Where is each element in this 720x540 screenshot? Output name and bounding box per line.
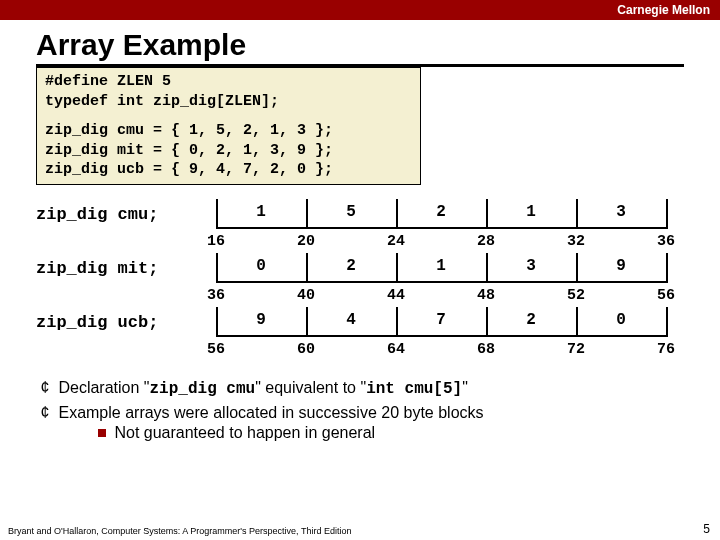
tick xyxy=(666,253,668,283)
footer-citation: Bryant and O'Hallaron, Computer Systems:… xyxy=(8,526,351,536)
bullet-list: ¢ Declaration "zip_dig cmu" equivalent t… xyxy=(36,379,684,442)
bullet-text: Example arrays were allocated in success… xyxy=(58,404,483,421)
array-diagram: 02139364044485256 xyxy=(216,253,666,303)
array-cell-value: 0 xyxy=(216,257,306,275)
code-inline: zip_dig cmu xyxy=(150,380,256,398)
square-bullet-icon xyxy=(98,429,106,437)
array-address: 64 xyxy=(381,341,411,358)
array-address: 36 xyxy=(651,233,681,250)
array-row: zip_dig mit;02139364044485256 xyxy=(36,253,684,307)
array-address: 36 xyxy=(201,287,231,304)
array-label: zip_dig ucb; xyxy=(36,313,158,332)
array-cell-value: 5 xyxy=(306,203,396,221)
array-address: 44 xyxy=(381,287,411,304)
code-line: zip_dig mit = { 0, 2, 1, 3, 9 }; xyxy=(45,141,412,161)
top-bar: Carnegie Mellon xyxy=(0,0,720,20)
array-cell-value: 2 xyxy=(396,203,486,221)
array-cell-value: 7 xyxy=(396,311,486,329)
org-label: Carnegie Mellon xyxy=(617,3,710,17)
array-address: 28 xyxy=(471,233,501,250)
array-diagrams: zip_dig cmu;15213162024283236zip_dig mit… xyxy=(36,199,684,361)
array-address: 60 xyxy=(291,341,321,358)
bullet-item: ¢ Declaration "zip_dig cmu" equivalent t… xyxy=(36,379,684,398)
array-cell-value: 3 xyxy=(576,203,666,221)
array-cell-value: 2 xyxy=(486,311,576,329)
array-cell-value: 3 xyxy=(486,257,576,275)
array-address: 16 xyxy=(201,233,231,250)
array-cell-value: 1 xyxy=(396,257,486,275)
tick xyxy=(666,199,668,229)
array-diagram: 15213162024283236 xyxy=(216,199,666,249)
array-cell-value: 9 xyxy=(216,311,306,329)
bullet-icon: ¢ xyxy=(36,404,54,422)
array-label: zip_dig mit; xyxy=(36,259,158,278)
array-cell-value: 1 xyxy=(486,203,576,221)
array-cell-value: 9 xyxy=(576,257,666,275)
array-address: 56 xyxy=(651,287,681,304)
bullet-icon: ¢ xyxy=(36,379,54,397)
tick xyxy=(666,307,668,337)
bullet-text: Declaration " xyxy=(58,379,149,396)
bullet-item: ¢ Example arrays were allocated in succe… xyxy=(36,404,684,442)
array-address: 24 xyxy=(381,233,411,250)
bullet-text: " equivalent to " xyxy=(255,379,366,396)
code-box: #define ZLEN 5 typedef int zip_dig[ZLEN]… xyxy=(36,67,421,185)
array-cell-value: 4 xyxy=(306,311,396,329)
page-number: 5 xyxy=(703,522,710,536)
array-cell-value: 2 xyxy=(306,257,396,275)
array-address: 76 xyxy=(651,341,681,358)
code-line: #define ZLEN 5 xyxy=(45,72,412,92)
slide-content: Array Example #define ZLEN 5 typedef int… xyxy=(0,20,720,442)
array-address: 56 xyxy=(201,341,231,358)
array-cell-value: 1 xyxy=(216,203,306,221)
code-line: zip_dig cmu = { 1, 5, 2, 1, 3 }; xyxy=(45,121,412,141)
slide-title: Array Example xyxy=(36,28,684,67)
sub-bullet-item: Not guaranteed to happen in general xyxy=(98,424,658,442)
array-cell-value: 0 xyxy=(576,311,666,329)
array-address: 32 xyxy=(561,233,591,250)
array-label: zip_dig cmu; xyxy=(36,205,158,224)
array-address: 52 xyxy=(561,287,591,304)
array-address: 68 xyxy=(471,341,501,358)
array-address: 40 xyxy=(291,287,321,304)
sub-bullet-text: Not guaranteed to happen in general xyxy=(114,424,375,441)
array-row: zip_dig ucb;94720566064687276 xyxy=(36,307,684,361)
code-line: typedef int zip_dig[ZLEN]; xyxy=(45,92,412,112)
code-line: zip_dig ucb = { 9, 4, 7, 2, 0 }; xyxy=(45,160,412,180)
array-address: 20 xyxy=(291,233,321,250)
array-diagram: 94720566064687276 xyxy=(216,307,666,357)
bullet-text: " xyxy=(462,379,468,396)
code-inline: int cmu[5] xyxy=(366,380,462,398)
array-address: 48 xyxy=(471,287,501,304)
array-address: 72 xyxy=(561,341,591,358)
array-row: zip_dig cmu;15213162024283236 xyxy=(36,199,684,253)
